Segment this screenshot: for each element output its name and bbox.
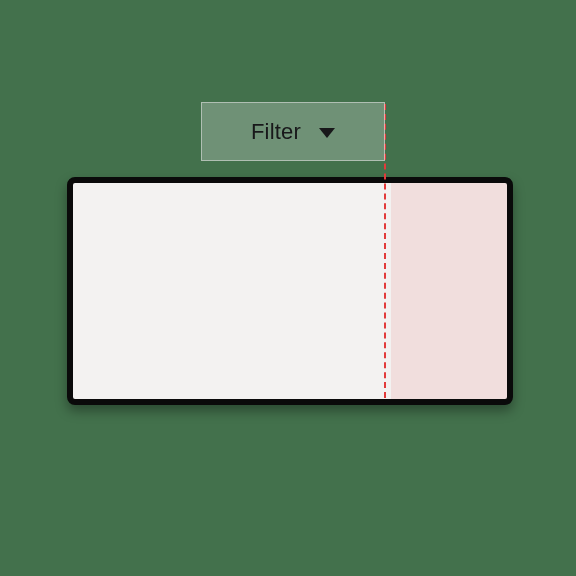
filter-button[interactable]: Filter	[201, 102, 385, 161]
diagram-stage: Filter	[0, 0, 576, 576]
overflow-region	[391, 183, 507, 399]
filter-button-label: Filter	[251, 119, 301, 145]
content-panel	[67, 177, 513, 405]
caret-down-icon	[319, 128, 335, 138]
